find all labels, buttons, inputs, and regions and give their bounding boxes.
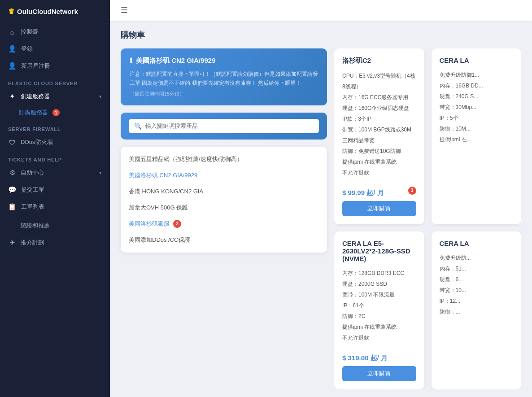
crown-icon: ♛ bbox=[8, 7, 14, 16]
promo-time: （最長黑洞時間15分鐘） bbox=[130, 91, 318, 97]
dropdown-item-5[interactable]: 美國添加DDos /CC保護 bbox=[121, 232, 327, 248]
spec-item: IP：5个 bbox=[440, 113, 514, 123]
hamburger-icon[interactable]: ☰ bbox=[121, 5, 128, 15]
buy-button-3[interactable]: 立即購買 bbox=[342, 366, 416, 381]
card-title: 洛杉矶C2 bbox=[342, 57, 416, 65]
main-layout: ℹ 美國洛杉矶 CN2 GIA/9929 注意：默認配置的直接下單即可！（默認配… bbox=[121, 48, 521, 389]
sidebar: ♛ OuluCloudNetwork ⌂ 控製臺 👤 登錄 👤 新用戶注冊 EL… bbox=[0, 0, 110, 397]
list-icon: 📋 bbox=[8, 203, 17, 211]
section-label-tickets: TICKETS AND HELP bbox=[0, 151, 110, 164]
spec-item: 内存：51... bbox=[440, 263, 514, 274]
dropdown-item-1[interactable]: 美國洛杉矶 CN2 GIA/9929 bbox=[121, 167, 327, 183]
spec-item: IP：61个 bbox=[342, 300, 416, 311]
spec-item: IP：12... bbox=[440, 296, 514, 306]
spec-item: 防御：免费赠送10G防御 bbox=[342, 146, 416, 157]
spec-item: 不允许退款 bbox=[342, 332, 416, 343]
spec-list: 内存：128GB DDR3 ECC 硬盘：2000G SSD 宽带：100M 不… bbox=[342, 268, 416, 343]
spec-item: 硬盘：160G企业级固态硬盘 bbox=[342, 103, 416, 113]
chevron-down-icon: ▾ bbox=[99, 170, 102, 176]
user-icon: 👤 bbox=[8, 45, 17, 53]
spec-item: 内存：16G ECC服务器专用 bbox=[342, 92, 416, 103]
cards-area: 洛杉矶C2 CPU：E3 v2,v3型号随机（4核8线程） 内存：16G ECC… bbox=[334, 48, 521, 389]
shield-icon: 🛡 bbox=[8, 139, 16, 146]
sidebar-item-label: 工單列表 bbox=[21, 203, 102, 211]
product-card-1: 洛杉矶C2 CPU：E3 v2,v3型号随机（4核8线程） 内存：16G ECC… bbox=[334, 48, 424, 224]
card-badge: 3 bbox=[408, 187, 416, 195]
sidebar-item-dashboard[interactable]: ⌂ 控製臺 bbox=[0, 23, 110, 40]
spec-list: 免费升级防御1... 内存：16GB DD... 硬盘：240G S... 带宽… bbox=[440, 70, 514, 145]
dropdown-item-2[interactable]: 香港 HONG KONG/CN2 GIA bbox=[121, 183, 327, 200]
promo-title: 美國洛杉矶 CN2 GIA/9929 bbox=[136, 57, 216, 65]
promo-body: 注意：默認配置的直接下單即可！（默認配置請勿講價）但是如果添加配置請發工單 因為… bbox=[130, 70, 318, 88]
sidebar-item-label: 創建服務器 bbox=[21, 92, 95, 100]
spec-item: 宽带：100M 不限流量 bbox=[342, 289, 416, 300]
sidebar-item-ddos[interactable]: 🛡 DDos防火墻 bbox=[0, 134, 110, 151]
sidebar-item-login[interactable]: 👤 登錄 bbox=[0, 40, 110, 57]
sidebar-item-recognition[interactable]: 認證和推薦 bbox=[0, 215, 110, 234]
spec-list: CPU：E3 v2,v3型号随机（4核8线程） 内存：16G ECC服务器专用 … bbox=[342, 70, 416, 178]
spec-item: 防御：10M... bbox=[440, 123, 514, 134]
promo-header: ℹ 美國洛杉矶 CN2 GIA/9929 bbox=[130, 57, 318, 65]
sidebar-item-ticket-list[interactable]: 📋 工單列表 bbox=[0, 198, 110, 215]
search-input-wrapper[interactable]: 🔍 bbox=[129, 119, 319, 133]
main-content: ☰ 購物車 ℹ 美國洛杉矶 CN2 GIA/9929 注意：默認配置的直接下單即… bbox=[110, 0, 532, 397]
home-icon: ⌂ bbox=[8, 28, 16, 36]
cards-row-bottom: CERA LA E5-2630LV2*2-128G-SSD (NVME) 内存：… bbox=[334, 231, 521, 389]
spec-item: 提供ipmi 在线重装系统 bbox=[342, 157, 416, 167]
sidebar-item-label: 控製臺 bbox=[21, 28, 102, 36]
dropdown-menu: 美國五星精品網（強烈推薦/速度快/防御高） 美國洛杉矶 CN2 GIA/9929… bbox=[121, 147, 327, 253]
star-icon: ✦ bbox=[8, 92, 16, 100]
page-title: 購物車 bbox=[121, 30, 521, 40]
spec-item: 硬盘：6... bbox=[440, 274, 514, 285]
sidebar-item-label: 推介計劃 bbox=[21, 239, 102, 247]
gear-icon: ⚙ bbox=[8, 169, 16, 177]
card-price: $ 99.99 起/ 月 bbox=[342, 189, 384, 197]
spec-item: 不允许退款 bbox=[342, 167, 416, 178]
chevron-down-icon: ▾ bbox=[99, 94, 102, 100]
dropdown-item-4[interactable]: 美國洛杉矶獨服 2 bbox=[121, 216, 327, 232]
sidebar-item-create-server[interactable]: ✦ 創建服務器 ▾ bbox=[0, 88, 110, 105]
buy-button-1[interactable]: 立即購買 bbox=[342, 201, 416, 216]
spec-item: 内存：128GB DDR3 ECC bbox=[342, 268, 416, 279]
promo-banner: ℹ 美國洛杉矶 CN2 GIA/9929 注意：默認配置的直接下單即可！（默認配… bbox=[121, 48, 327, 105]
card-price-row: $ 319.00 起/ 月 bbox=[342, 349, 416, 362]
spec-item: 硬盘：240G S... bbox=[440, 91, 514, 102]
product-card-3: CERA LA E5-2630LV2*2-128G-SSD (NVME) 内存：… bbox=[334, 231, 424, 389]
spec-item: 防御：... bbox=[440, 306, 514, 317]
sidebar-item-label: 新用戶注冊 bbox=[21, 62, 102, 70]
card-price-row: $ 99.99 起/ 月 3 bbox=[342, 183, 416, 197]
card-title: CERA LA bbox=[440, 240, 514, 247]
section-label-elastic: ELASTIC CLOUD SERVER bbox=[0, 74, 110, 88]
brand-name: OuluCloudNetwork bbox=[17, 8, 78, 15]
search-box: 🔍 bbox=[121, 113, 327, 140]
topbar: ☰ bbox=[110, 0, 532, 21]
spec-item: 免费升级防御1... bbox=[440, 70, 514, 80]
chat-icon: 💬 bbox=[8, 186, 17, 194]
sidebar-item-register[interactable]: 👤 新用戶注冊 bbox=[0, 57, 110, 74]
spec-item: 带宽：10... bbox=[440, 285, 514, 296]
sidebar-item-submit-ticket[interactable]: 💬 提交工單 bbox=[0, 181, 110, 198]
sidebar-item-label: 提交工單 bbox=[21, 186, 102, 194]
sidebar-item-self-service[interactable]: ⚙ 自助中心 ▾ bbox=[0, 164, 110, 181]
sidebar-sub-item-order-server[interactable]: 訂購服務器 1 bbox=[0, 105, 110, 120]
info-icon: ℹ bbox=[130, 57, 132, 65]
spec-item: 免费升级防... bbox=[440, 253, 514, 263]
spec-item: 硬盘：2000G SSD bbox=[342, 279, 416, 289]
spec-item: 防御：2G bbox=[342, 311, 416, 322]
sidebar-item-label: 自助中心 bbox=[21, 169, 95, 177]
spec-item: 内存：16GB DD... bbox=[440, 80, 514, 91]
dropdown-item-3[interactable]: 加拿大OVH 500G 保護 bbox=[121, 200, 327, 216]
left-column: ℹ 美國洛杉矶 CN2 GIA/9929 注意：默認配置的直接下單即可！（默認配… bbox=[121, 48, 327, 389]
page-content: 購物車 ℹ 美國洛杉矶 CN2 GIA/9929 注意：默認配置的直接下單即可！… bbox=[110, 21, 532, 397]
dropdown-item-0[interactable]: 美國五星精品網（強烈推薦/速度快/防御高） bbox=[121, 151, 327, 167]
dropdown-item-label: 美國洛杉矶獨服 bbox=[129, 220, 170, 228]
spec-item: 提供ipmi 在线重装系统 bbox=[342, 322, 416, 332]
send-icon: ✈ bbox=[8, 239, 16, 247]
dropdown-badge: 2 bbox=[173, 220, 181, 228]
user-add-icon: 👤 bbox=[8, 62, 17, 70]
spec-list: 免费升级防... 内存：51... 硬盘：6... 带宽：10... IP：12… bbox=[440, 253, 514, 317]
sidebar-sub-label: 訂購服務器 bbox=[19, 109, 48, 117]
sidebar-item-referral[interactable]: ✈ 推介計劃 bbox=[0, 234, 110, 251]
search-input[interactable] bbox=[145, 122, 314, 129]
spec-item: IP款：3个IP bbox=[342, 113, 416, 124]
